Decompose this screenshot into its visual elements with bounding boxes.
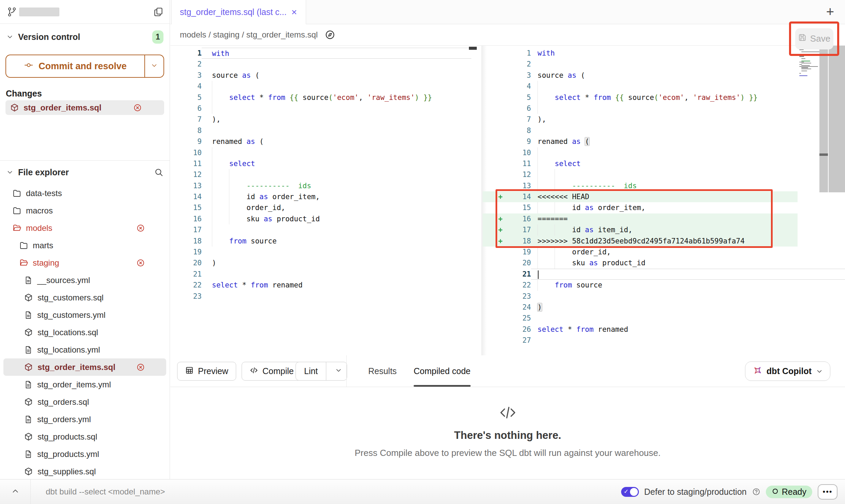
code-line-20[interactable]: 20 sku as product_id — [483, 257, 845, 268]
code-line-3[interactable]: 3source as ( — [483, 70, 845, 81]
file-explorer-item-stg_customers.sql[interactable]: stg_customers.sql — [3, 289, 166, 306]
lineage-compass-icon[interactable] — [325, 29, 335, 40]
compile-button[interactable]: Compile — [242, 362, 302, 381]
code-line-27[interactable]: 27 — [483, 335, 845, 346]
code-line-7[interactable]: 7), — [170, 114, 482, 125]
code-line-22[interactable]: 22 from source — [483, 280, 845, 291]
file-explorer-item-__sources.yml[interactable]: __sources.yml — [3, 271, 166, 289]
file-explorer-item-stg_order_items.sql[interactable]: stg_order_items.sql — [3, 358, 166, 376]
file-explorer-item-stg_locations.sql[interactable]: stg_locations.sql — [3, 324, 166, 341]
file-explorer-item-marts[interactable]: marts — [3, 237, 166, 254]
lint-options-dropdown[interactable] — [330, 366, 347, 376]
code-line-25[interactable]: 25 — [483, 313, 845, 324]
status-badge[interactable]: Ready — [766, 486, 812, 498]
left-pane-scrollbar-thumb[interactable] — [469, 47, 477, 50]
discard-change-icon[interactable] — [133, 103, 142, 112]
code-line-15[interactable]: 15 order_id, — [170, 202, 482, 213]
code-line-19[interactable]: 19 order_id, — [483, 247, 845, 257]
discard-change-icon[interactable] — [136, 258, 145, 267]
code-line-23[interactable]: 23 — [170, 291, 482, 302]
code-line-17[interactable]: 17 — [170, 224, 482, 235]
code-line-23[interactable]: 23 — [483, 291, 845, 302]
help-icon[interactable] — [752, 488, 760, 496]
code-line-7[interactable]: 7), — [483, 114, 845, 125]
file-explorer-item-stg_products.sql[interactable]: stg_products.sql — [3, 428, 166, 445]
code-line-1[interactable]: 1with — [170, 48, 482, 59]
file-explorer-item-models[interactable]: models — [3, 219, 166, 237]
code-line-14[interactable]: 14 id as order_item, — [170, 191, 482, 202]
code-line-18[interactable]: 18 from source — [170, 236, 482, 247]
code-line-6[interactable]: 6 — [170, 103, 482, 114]
file-explorer-item-stg_products.yml[interactable]: stg_products.yml — [3, 445, 166, 463]
close-tab-icon[interactable]: × — [291, 8, 297, 17]
more-options-button[interactable]: ••• — [818, 484, 837, 500]
save-button[interactable]: Save — [795, 28, 833, 49]
duplicate-files-icon[interactable] — [153, 7, 163, 18]
diff-pane-left[interactable]: 1with23source as (45 select * from {{ so… — [170, 48, 482, 302]
file-explorer-item-stg_orders.sql[interactable]: stg_orders.sql — [3, 393, 166, 411]
file-explorer-header[interactable]: File explorer — [6, 165, 163, 179]
code-line-8[interactable]: 8 — [170, 125, 482, 136]
tab-compiled-code[interactable]: Compiled code — [414, 355, 471, 387]
diff-pane-right[interactable]: 1with23source as (45 select * from {{ so… — [483, 48, 845, 346]
code-line-21[interactable]: 21 — [170, 269, 482, 280]
code-line-2[interactable]: 2 — [483, 59, 845, 70]
preview-button[interactable]: Preview — [177, 362, 236, 381]
code-line-11[interactable]: 11 select — [483, 158, 845, 169]
tab-results[interactable]: Results — [368, 355, 397, 387]
code-line-14[interactable]: +14<<<<<<< HEAD — [483, 191, 798, 202]
code-line-2[interactable]: 2 — [170, 59, 482, 70]
code-line-18[interactable]: +18>>>>>>> 58c1dd23d5eebd9cd2495fa7124ab… — [483, 236, 798, 247]
code-line-4[interactable]: 4 — [170, 81, 482, 92]
lint-button[interactable]: Lint — [296, 362, 347, 381]
code-line-20[interactable]: 20) — [170, 257, 482, 268]
code-line-5[interactable]: 5 select * from {{ source('ecom', 'raw_i… — [483, 92, 845, 103]
version-control-header[interactable]: Version control 1 — [6, 30, 163, 44]
code-line-3[interactable]: 3source as ( — [170, 70, 482, 81]
file-explorer-item-data-tests[interactable]: data-tests — [3, 184, 166, 202]
discard-change-icon[interactable] — [136, 363, 145, 372]
code-line-19[interactable]: 19 — [170, 247, 482, 257]
minimap-slider[interactable] — [819, 48, 828, 192]
code-line-13[interactable]: 13 ---------- ids — [170, 180, 482, 191]
discard-change-icon[interactable] — [136, 224, 145, 233]
code-line-16[interactable]: +16======= — [483, 213, 798, 224]
editor-scrollbar[interactable] — [829, 46, 845, 192]
code-line-5[interactable]: 5 select * from {{ source('ecom', 'raw_i… — [170, 92, 482, 103]
code-line-6[interactable]: 6 — [483, 103, 845, 114]
dbt-copilot-button[interactable]: dbt Copilot — [745, 361, 830, 381]
code-line-10[interactable]: 10 — [483, 147, 845, 158]
code-line-12[interactable]: 12 — [170, 169, 482, 180]
defer-toggle[interactable]: ✓ — [621, 487, 639, 497]
code-line-13[interactable]: 13 ---------- ids — [483, 180, 845, 191]
file-explorer-item-staging[interactable]: staging — [3, 254, 166, 271]
code-line-12[interactable]: 12 — [483, 169, 845, 180]
collapse-panel-button[interactable] — [0, 479, 31, 504]
code-line-17[interactable]: +17 id as item_id, — [483, 224, 798, 235]
file-explorer-item-stg_locations.yml[interactable]: stg_locations.yml — [3, 341, 166, 358]
changed-file-row[interactable]: stg_order_items.sql — [5, 100, 164, 115]
file-explorer-item-stg_supplies.sql[interactable]: stg_supplies.sql — [3, 463, 166, 479]
commit-and-resolve-button[interactable]: Commit and resolve — [5, 55, 164, 78]
code-line-26[interactable]: 26select * from renamed — [483, 324, 845, 335]
code-line-9[interactable]: 9renamed as ( — [483, 136, 845, 147]
file-explorer-item-macros[interactable]: macros — [3, 202, 166, 219]
chevron-down-icon[interactable] — [6, 168, 14, 176]
code-line-24[interactable]: 24) — [483, 302, 845, 313]
code-line-22[interactable]: 22select * from renamed — [170, 280, 482, 291]
file-explorer-item-stg_customers.yml[interactable]: stg_customers.yml — [3, 306, 166, 324]
code-editor[interactable]: 1with23source as (45 select * from {{ so… — [170, 46, 845, 355]
code-line-15[interactable]: 15 id as order_item, — [483, 202, 845, 213]
tab-stg-order-items[interactable]: stg_order_items.sql (last c... × — [171, 0, 306, 24]
code-line-11[interactable]: 11 select — [170, 158, 482, 169]
code-line-9[interactable]: 9renamed as ( — [170, 136, 482, 147]
code-line-8[interactable]: 8 — [483, 125, 845, 136]
cli-command-input[interactable]: dbt build --select <model_name> — [46, 487, 165, 496]
new-tab-button[interactable]: + — [826, 4, 834, 19]
code-line-10[interactable]: 10 — [170, 147, 482, 158]
git-branch-icon[interactable] — [7, 7, 17, 18]
commit-options-dropdown[interactable] — [145, 55, 163, 77]
file-explorer-item-stg_orders.yml[interactable]: stg_orders.yml — [3, 411, 166, 428]
file-explorer-item-stg_order_items.yml[interactable]: stg_order_items.yml — [3, 376, 166, 393]
chevron-down-icon[interactable] — [6, 33, 14, 41]
